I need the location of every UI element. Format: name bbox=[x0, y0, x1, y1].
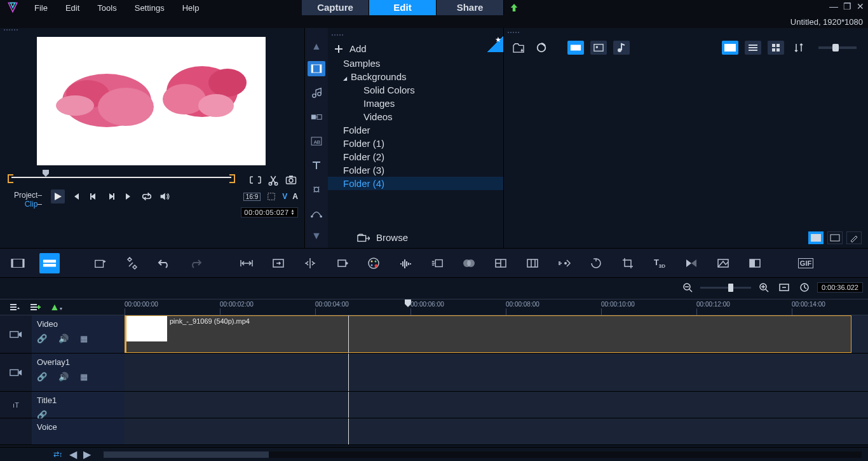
track-kind-icon[interactable] bbox=[0, 354, 32, 391]
library-browse[interactable]: Browse bbox=[357, 232, 408, 243]
mode-share[interactable]: Share bbox=[437, 0, 504, 15]
track-header[interactable]: Video🔗🔊▦ bbox=[32, 315, 125, 353]
tree-item[interactable]: Folder (1) bbox=[328, 137, 503, 150]
add-track-icon[interactable] bbox=[29, 303, 41, 312]
track-toggle-icon[interactable]: ▲▾ bbox=[50, 301, 62, 313]
tree-item[interactable]: Images bbox=[328, 97, 503, 110]
import-media-icon[interactable] bbox=[510, 41, 527, 55]
tree-item[interactable]: Folder (2) bbox=[328, 150, 503, 163]
label-project[interactable]: Project bbox=[14, 191, 37, 200]
timeline-clip[interactable]: pink_-_91069 (540p).mp4 bbox=[125, 315, 851, 353]
preview-canvas[interactable] bbox=[37, 37, 266, 165]
go-start-button[interactable] bbox=[69, 189, 83, 203]
chain-icon[interactable]: 🔗 bbox=[37, 334, 47, 343]
resize-crop-icon[interactable] bbox=[266, 191, 277, 202]
playhead-line[interactable] bbox=[348, 315, 349, 353]
zoom-selection-icon[interactable] bbox=[268, 253, 288, 273]
undo-icon[interactable] bbox=[154, 253, 174, 273]
sort-icon[interactable] bbox=[790, 41, 807, 55]
thumbnail-size-slider[interactable] bbox=[818, 46, 857, 49]
aspect-ratio-badge[interactable]: 16:9 bbox=[243, 193, 261, 201]
next-frame-button[interactable] bbox=[104, 189, 118, 203]
horizontal-scrollbar[interactable] bbox=[104, 451, 862, 458]
track-kind-icon[interactable]: ıT bbox=[0, 392, 32, 418]
fit-width-icon[interactable] bbox=[236, 253, 257, 273]
crop-icon[interactable] bbox=[618, 253, 638, 273]
grid-icon[interactable] bbox=[522, 253, 543, 273]
tree-item[interactable]: Folder (3) bbox=[328, 163, 503, 177]
storyboard-view-icon[interactable] bbox=[8, 253, 28, 273]
speaker-icon[interactable]: 🔊 bbox=[58, 334, 69, 343]
playhead-line[interactable] bbox=[348, 418, 349, 444]
ruler-area[interactable]: 00:00:00:0000:00:02:0000:00:04:0000:00:0… bbox=[125, 299, 868, 315]
mask-icon[interactable] bbox=[459, 253, 479, 273]
loop-button[interactable] bbox=[140, 189, 154, 203]
play-button[interactable] bbox=[51, 189, 65, 203]
filter-video-chip[interactable] bbox=[567, 41, 584, 55]
filter-photo-chip[interactable] bbox=[590, 41, 607, 55]
scroll-left-icon[interactable]: ◀ bbox=[69, 448, 77, 460]
menu-tools[interactable]: Tools bbox=[88, 2, 125, 14]
zoom-out-icon[interactable] bbox=[680, 280, 695, 294]
edit-external-icon[interactable] bbox=[846, 231, 862, 244]
tree-item[interactable]: Folder (4) bbox=[328, 177, 503, 190]
track-body[interactable] bbox=[125, 418, 868, 444]
tree-item[interactable]: Solid Colors bbox=[328, 83, 503, 97]
library-add[interactable]: Add bbox=[328, 41, 503, 57]
tree-item[interactable]: Backgrounds bbox=[328, 70, 503, 83]
zoom-slider[interactable] bbox=[700, 287, 751, 289]
letter-a[interactable]: A bbox=[292, 192, 298, 201]
timecode-spinner[interactable]: ▲▼ bbox=[291, 209, 295, 216]
track-body[interactable] bbox=[125, 392, 868, 418]
motion-icon[interactable] bbox=[427, 253, 447, 273]
view-grid-icon[interactable] bbox=[768, 41, 784, 55]
filter-audio-chip[interactable] bbox=[613, 41, 630, 55]
close-button[interactable]: ✕ bbox=[857, 1, 864, 11]
fx-grid-icon[interactable]: ▦ bbox=[80, 372, 88, 382]
chain-icon[interactable]: 🔗 bbox=[37, 372, 47, 382]
maximize-button[interactable]: ❐ bbox=[843, 1, 851, 11]
letter-v[interactable]: V bbox=[282, 192, 287, 201]
upload-icon[interactable] bbox=[508, 2, 520, 13]
audio-fx-icon[interactable] bbox=[395, 253, 416, 273]
track-header[interactable]: Overlay1🔗🔊▦ bbox=[32, 354, 125, 391]
scroll-down-icon[interactable]: ▼ bbox=[311, 230, 322, 242]
preview-scrubber[interactable] bbox=[9, 173, 234, 181]
menu-edit[interactable]: Edit bbox=[57, 2, 88, 14]
menu-file[interactable]: File bbox=[25, 2, 57, 14]
zoom-in-icon[interactable] bbox=[756, 280, 771, 294]
scroll-up-icon[interactable]: ▲ bbox=[311, 41, 322, 52]
lib-tab-path[interactable] bbox=[308, 206, 325, 221]
track-header[interactable]: Title1🔗 bbox=[32, 392, 125, 418]
show-library-icon[interactable] bbox=[808, 231, 824, 244]
view-filmstrip-icon[interactable] bbox=[722, 41, 738, 55]
speed-icon[interactable] bbox=[554, 253, 574, 273]
lib-tab-text[interactable] bbox=[308, 158, 325, 173]
track-body[interactable] bbox=[125, 354, 868, 391]
fx-grid-icon[interactable]: ▦ bbox=[80, 334, 88, 343]
tool-1-icon[interactable] bbox=[90, 253, 111, 273]
lib-tab-media[interactable] bbox=[308, 61, 325, 76]
track-kind-icon[interactable] bbox=[0, 315, 32, 353]
menu-help[interactable]: Help bbox=[173, 2, 208, 14]
speaker-icon[interactable]: 🔊 bbox=[58, 372, 69, 382]
auto-scroll-icon[interactable]: ⇄↕ bbox=[53, 450, 63, 458]
scrub-marker-icon[interactable] bbox=[42, 169, 50, 177]
scroll-right-icon[interactable]: ▶ bbox=[83, 448, 91, 460]
tree-item[interactable]: Samples bbox=[328, 57, 503, 70]
layout-icon[interactable] bbox=[491, 253, 511, 273]
view-list-icon[interactable] bbox=[745, 41, 761, 55]
playhead-line[interactable] bbox=[348, 392, 349, 418]
redo-icon[interactable] bbox=[186, 253, 206, 273]
timeline-view-icon[interactable] bbox=[39, 253, 60, 273]
lib-tab-title[interactable]: AB bbox=[308, 134, 325, 149]
fit-project-icon[interactable] bbox=[776, 280, 792, 294]
lib-tab-filter[interactable] bbox=[308, 182, 325, 197]
tree-item[interactable]: Videos bbox=[328, 110, 503, 123]
transition-tool-icon[interactable] bbox=[681, 253, 702, 273]
split-clip-icon[interactable] bbox=[266, 173, 280, 187]
lib-tab-sound[interactable] bbox=[308, 85, 325, 100]
minimize-button[interactable]: — bbox=[829, 1, 838, 11]
scrub-track[interactable] bbox=[11, 177, 231, 178]
go-end-button[interactable] bbox=[122, 189, 136, 203]
